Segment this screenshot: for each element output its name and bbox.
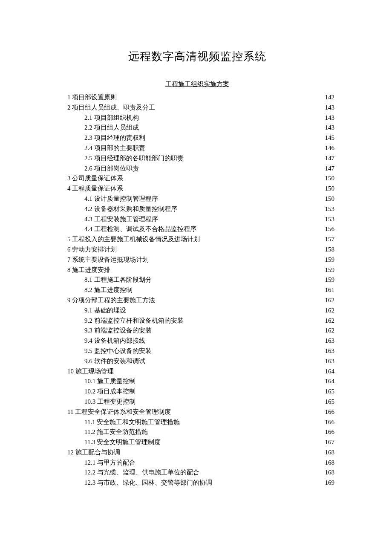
toc-label: 9.1 基础的埋设 [60,306,126,316]
toc-page-number: 166 [322,417,335,428]
toc-label: 8.1 工程施工各阶段划分 [60,275,152,285]
toc-label: 8.2 施工进度控制 [60,285,133,295]
toc-page-number: 163 [322,356,335,367]
toc-entry: 10 施工现场管理164 [60,367,334,377]
toc-label: 4.3 工程安装施工管理程序 [60,214,158,225]
toc-label: 9.4 设备机箱内部接线 [60,336,145,346]
toc-page-number: 167 [322,437,335,448]
toc-label: 12.3 与市政、绿化、园林、交警等部门的协调 [60,478,212,488]
toc-label: 3 公司质量保证体系 [60,173,123,184]
toc-label: 7 系统主要设备运抵现场计划 [60,255,149,265]
toc-page-number: 145 [322,133,335,143]
toc-label: 9.3 前端监控设备的安装 [60,326,152,336]
toc-label: 2.3 项目经理的责权利 [60,133,145,143]
toc-label: 11 工程安全保证体系和安全管理制度 [60,407,171,417]
toc-label: 9 分项分部工程的主要施工方法 [60,295,155,306]
toc-label: 12.1 与甲方的配合 [60,458,135,468]
toc-entry: 4.1 设计质量控制管理程序150 [60,194,334,204]
toc-entry: 4.3 工程安装施工管理程序153 [60,214,334,225]
toc-entry: 2.4 项目部的主要职责146 [60,143,334,153]
toc-label: 9.6 软件的安装和调试 [60,356,145,367]
toc-entry: 4 工程质量保证体系150 [60,184,334,194]
toc-entry: 11.2 施工安全防范措施166 [60,427,334,437]
toc-label: 2.2 项目组人员组成 [60,123,139,133]
toc-entry: 11 工程安全保证体系和安全管理制度166 [60,407,334,417]
toc-label: 4 工程质量保证体系 [60,184,123,194]
toc-page-number: 163 [322,346,335,356]
toc-entry: 7 系统主要设备运抵现场计划159 [60,255,334,265]
toc-page-number: 159 [322,265,335,275]
toc-page-number: 162 [322,306,335,316]
toc-page-number: 150 [322,194,335,204]
toc-page-number: 165 [322,397,335,407]
toc-entry: 10.2 项目成本控制165 [60,387,334,397]
toc-page-number: 143 [322,113,335,123]
toc-entry: 5 工程投入的主要施工机械设备情况及进场计划157 [60,234,334,245]
toc-label: 10.2 项目成本控制 [60,387,135,397]
toc-entry: 9.2 前端监控立杆和设备机箱的安装162 [60,316,334,326]
toc-page-number: 146 [322,143,335,153]
toc-page-number: 147 [322,164,335,174]
toc-label: 5 工程投入的主要施工机械设备情况及进场计划 [60,234,200,245]
toc-entry: 9.1 基础的埋设162 [60,306,334,316]
toc-label: 2.4 项目部的主要职责 [60,143,145,153]
toc-entry: 6 劳动力安排计划158 [60,245,334,255]
toc-label: 11.1 安全施工和文明施工管理措施 [60,417,180,428]
toc-page-number: 162 [322,295,335,306]
toc-page-number: 157 [322,234,335,245]
toc-label: 11.2 施工安全防范措施 [60,427,148,437]
toc-entry: 12 施工配合与协调168 [60,448,334,458]
toc-page-number: 143 [322,123,335,133]
toc-page-number: 158 [322,245,335,255]
toc-page-number: 143 [322,103,335,113]
toc-label: 12 施工配合与协调 [60,448,120,458]
toc-label: 2.5 项目经理部的各职能部门的职责 [60,153,184,164]
toc-page-number: 165 [322,387,335,397]
toc-entry: 12.1 与甲方的配合168 [60,458,334,468]
toc-page-number: 162 [322,326,335,336]
toc-page-number: 161 [322,285,335,295]
toc-entry: 11.1 安全施工和文明施工管理措施166 [60,417,334,428]
toc-label: 10.3 工程变更控制 [60,397,135,407]
toc-entry: 9.5 监控中心设备的安装163 [60,346,334,356]
toc-page-number: 164 [322,367,335,377]
toc-entry: 2.1 项目部组织机构143 [60,113,334,123]
toc-page-number: 168 [322,468,335,478]
toc-page-number: 153 [322,214,335,225]
toc-label: 10 施工现场管理 [60,367,114,377]
toc-entry: 8.1 工程施工各阶段划分159 [60,275,334,285]
toc-page-number: 150 [322,173,335,184]
toc-entry: 2.6 项目部岗位职责147 [60,164,334,174]
toc-page-number: 142 [322,92,335,103]
toc-page-number: 159 [322,255,335,265]
toc-entry: 9 分项分部工程的主要施工方法162 [60,295,334,306]
toc-label: 4.2 设备器材采购和质量控制程序 [60,204,177,214]
toc-page-number: 169 [322,478,335,488]
toc-label: 6 劳动力安排计划 [60,245,117,255]
toc-page-number: 150 [322,184,335,194]
document-subtitle: 工程施工组织实施方案 [60,80,334,88]
toc-entry: 1 项目部设置原则142 [60,92,334,103]
toc-label: 2.1 项目部组织机构 [60,113,139,123]
toc-page-number: 162 [322,316,335,326]
toc-entry: 9.6 软件的安装和调试163 [60,356,334,367]
toc-page-number: 166 [322,407,335,417]
toc-entry: 12.2 与光缆、监理、供电施工单位的配合168 [60,468,334,478]
toc-entry: 8 施工进度安排159 [60,265,334,275]
toc-entry: 12.3 与市政、绿化、园林、交警等部门的协调169 [60,478,334,488]
toc-entry: 2.3 项目经理的责权利145 [60,133,334,143]
toc-label: 4.4 工程检测、调试及不合格品监控程序 [60,224,196,234]
toc-entry: 11.3 安全文明施工管理制度167 [60,437,334,448]
toc-page-number: 166 [322,427,335,437]
document-title: 远程数字高清视频监控系统 [60,49,334,64]
toc-label: 9.2 前端监控立杆和设备机箱的安装 [60,316,184,326]
toc-entry: 10.3 工程变更控制165 [60,397,334,407]
toc-entry: 3 公司质量保证体系150 [60,173,334,184]
toc-page-number: 168 [322,448,335,458]
toc-entry: 10.1 施工质量控制164 [60,376,334,387]
toc-entry: 2.2 项目组人员组成143 [60,123,334,133]
toc-entry: 2 项目组人员组成、职责及分工143 [60,103,334,113]
toc-page-number: 159 [322,275,335,285]
toc-entry: 9.4 设备机箱内部接线163 [60,336,334,346]
toc-label: 4.1 设计质量控制管理程序 [60,194,158,204]
